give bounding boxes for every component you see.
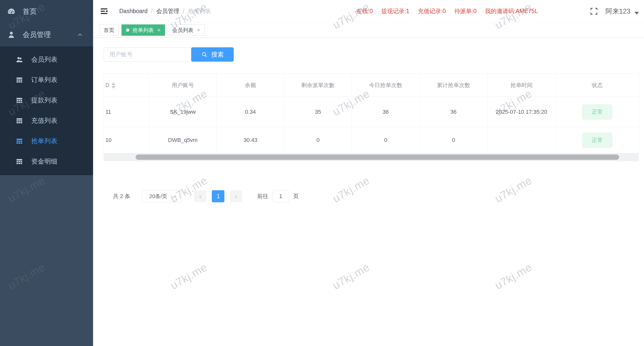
cell-total: 0 [420, 127, 488, 153]
sidebar-item-funds-detail[interactable]: 资金明细 [0, 151, 93, 172]
breadcrumb-dashboard[interactable]: Dashboard [119, 8, 148, 15]
page-content: 搜素 D 用户账号 余额 剩余派單次數 今日抢单次数 累计抢单次数 抢 [93, 47, 644, 202]
cell-id: 11 [104, 97, 149, 127]
chevron-down-icon [171, 193, 176, 198]
sidebar-item-label: 订单列表 [31, 75, 57, 84]
tab-label: 会员列表 [172, 27, 193, 34]
column-header-today-grabs: 今日抢单次数 [352, 74, 420, 97]
grab-orders-table: D 用户账号 余额 剩余派單次數 今日抢单次数 累计抢单次数 抢单时间 状态 1… [104, 73, 639, 153]
column-header-id[interactable]: D [104, 74, 149, 97]
column-header-account: 用户账号 [149, 74, 217, 97]
chevron-up-icon [77, 32, 83, 38]
tab-grab-list[interactable]: 抢单列表 × [122, 24, 165, 36]
tab-member-list[interactable]: 会员列表 × [168, 24, 205, 36]
status-badge[interactable]: 正常 [582, 104, 612, 120]
page-number-1[interactable]: 1 [212, 190, 224, 202]
users-icon [16, 56, 23, 63]
sidebar-collapse-icon[interactable] [100, 7, 108, 15]
stat-withdraw-records[interactable]: 提现记录:1 [381, 7, 409, 15]
stat-invite-code[interactable]: 我的邀请码:AME75L [485, 7, 538, 15]
cell-account: DWB_q5vm [149, 127, 217, 153]
main-area: Dashboard / 会员管理 / 抢单列表 在线:0 提现记录:1 充值记录… [93, 0, 644, 346]
table-icon [16, 117, 23, 125]
user-icon [7, 30, 16, 39]
sort-icon[interactable] [111, 83, 115, 89]
cell-grab-time [488, 127, 556, 153]
sidebar-item-member-list[interactable]: 会员列表 [0, 49, 93, 70]
dashboard-icon [7, 7, 16, 16]
table-horizontal-scrollbar[interactable] [104, 153, 639, 161]
page-size-value: 20条/页 [149, 193, 167, 200]
tab-label: 抢单列表 [133, 27, 154, 34]
sidebar-group-label: 会员管理 [23, 30, 51, 40]
search-row: 搜素 [104, 47, 639, 62]
user-dropdown[interactable]: 阿来123 [606, 7, 639, 16]
table-icon [16, 158, 23, 165]
username: 阿来123 [606, 7, 630, 16]
search-input[interactable] [104, 47, 192, 62]
column-header-total-grabs: 累计抢单次数 [420, 74, 488, 97]
stat-recharge-records[interactable]: 充值记录:0 [418, 7, 446, 15]
navbar: Dashboard / 会员管理 / 抢单列表 在线:0 提现记录:1 充值记录… [93, 0, 644, 23]
search-button-label: 搜素 [211, 50, 224, 59]
cell-remaining: 35 [284, 97, 352, 127]
sidebar-item-withdraw-list[interactable]: 提款列表 [0, 90, 93, 110]
breadcrumb-separator: / [183, 8, 184, 15]
column-header-remaining-dispatch: 剩余派單次數 [284, 74, 352, 97]
stat-pending-dispatch[interactable]: 待派单:0 [454, 7, 476, 15]
cell-today: 36 [352, 97, 420, 127]
table-row: 11 SK_19jww 0.34 35 36 36 2025-07-10 17:… [104, 97, 639, 127]
next-page-button[interactable]: › [230, 190, 242, 202]
sidebar-item-label: 资金明细 [31, 157, 57, 166]
status-badge[interactable]: 正常 [582, 133, 612, 148]
sidebar-group-member-management[interactable]: 会员管理 [0, 23, 93, 46]
tab-home[interactable]: 首页 [99, 24, 119, 36]
table-row: 10 DWB_q5vm 30.43 0 0 0 正常 [104, 127, 639, 153]
tabs-bar: 首页 抢单列表 × 会员列表 × [93, 23, 644, 38]
cell-total: 36 [420, 97, 488, 127]
goto-page-input[interactable] [273, 190, 289, 202]
close-icon[interactable]: × [157, 27, 160, 33]
sidebar-item-order-list[interactable]: 订单列表 [0, 70, 93, 90]
close-icon[interactable]: × [197, 27, 200, 33]
breadcrumb-member-management[interactable]: 会员管理 [156, 7, 179, 15]
sidebar-item-home-label: 首页 [23, 7, 37, 16]
pagination: 共 2 条 20条/页 ‹ 1 › 前往 页 [104, 190, 639, 202]
stat-online[interactable]: 在线:0 [356, 7, 373, 15]
sidebar-item-home[interactable]: 首页 [0, 0, 93, 23]
sidebar: 首页 会员管理 会员列表 订单列表 [0, 0, 93, 346]
cell-id: 10 [104, 127, 149, 153]
search-button[interactable]: 搜素 [191, 47, 234, 62]
tab-label: 首页 [104, 27, 114, 34]
cell-remaining: 0 [284, 127, 352, 153]
breadcrumb-separator: / [151, 8, 153, 15]
sidebar-item-grab-list[interactable]: 抢单列表 [0, 131, 93, 151]
cell-balance: 30.43 [217, 127, 284, 153]
breadcrumb: Dashboard / 会员管理 / 抢单列表 [119, 7, 211, 15]
table-icon [16, 76, 23, 84]
cell-status: 正常 [556, 97, 639, 127]
fullscreen-icon[interactable] [589, 7, 598, 16]
cell-status: 正常 [556, 127, 639, 153]
cell-account: SK_19jww [149, 97, 217, 127]
scrollbar-thumb[interactable] [136, 155, 619, 160]
goto-label: 前往 [257, 193, 268, 200]
sidebar-submenu: 会员列表 订单列表 提款列表 充值列表 抢单列表 [0, 46, 93, 175]
column-header-balance: 余额 [217, 74, 284, 97]
sidebar-item-label: 提款列表 [31, 96, 57, 105]
caret-down-icon [634, 12, 639, 14]
active-dot-icon [126, 28, 129, 32]
sidebar-item-recharge-list[interactable]: 充值列表 [0, 110, 93, 131]
prev-page-button[interactable]: ‹ [194, 190, 206, 202]
pagination-total: 共 2 条 [113, 193, 130, 200]
cell-balance: 0.34 [217, 97, 284, 127]
column-header-status: 状态 [556, 74, 639, 97]
breadcrumb-current: 抢单列表 [188, 7, 211, 15]
sidebar-item-label: 会员列表 [31, 55, 57, 64]
table-header-row: D 用户账号 余额 剩余派單次數 今日抢单次数 累计抢单次数 抢单时间 状态 [104, 74, 639, 97]
page-size-select[interactable]: 20条/页 [142, 190, 181, 202]
sidebar-item-label: 充值列表 [31, 116, 57, 125]
table-icon [16, 97, 23, 104]
navbar-right: 在线:0 提现记录:1 充值记录:0 待派单:0 我的邀请码:AME75L 阿来… [356, 7, 639, 16]
search-icon [201, 51, 208, 58]
